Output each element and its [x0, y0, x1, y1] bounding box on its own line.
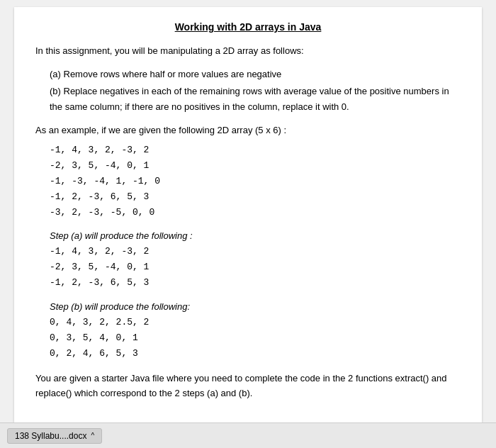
step-b-array-row-2: 0, 3, 5, 4, 0, 1 [50, 330, 461, 346]
document-footer: You are given a starter Java file where … [35, 371, 461, 401]
taskbar-document-item[interactable]: 138 Syllabu....docx ^ [7, 428, 102, 444]
original-array-row-3: -1, -3, -4, 1, -1, 0 [50, 174, 461, 189]
chevron-up-icon: ^ [91, 432, 94, 439]
document-title: Working with 2D arrays in Java [35, 21, 461, 33]
original-array-row-4: -1, 2, -3, 6, 5, 3 [50, 189, 461, 205]
document-area: Working with 2D arrays in Java In this a… [14, 7, 482, 422]
step-a-array-block: -1, 4, 3, 2, -3, 2 -2, 3, 5, -4, 0, 1 -1… [50, 244, 461, 291]
step-b-section: Step (b) will produce the following: 0, … [50, 301, 461, 362]
step-a-array-row-2: -2, 3, 5, -4, 0, 1 [50, 259, 461, 275]
step-a-array-row-1: -1, 4, 3, 2, -3, 2 [50, 244, 461, 259]
taskbar: 138 Syllabu....docx ^ [0, 422, 496, 448]
step-b-description: (b) Replace negatives in each of the rem… [50, 84, 461, 115]
step-a-array-row-3: -1, 2, -3, 6, 5, 3 [50, 275, 461, 291]
document-steps: (a) Remove rows where half or more value… [50, 67, 461, 115]
step-a-section: Step (a) will produce the following : -1… [50, 230, 461, 291]
example-intro: As an example, if we are given the follo… [35, 125, 461, 135]
step-b-array-row-3: 0, 2, 4, 6, 5, 3 [50, 346, 461, 362]
step-a-label: Step (a) will produce the following : [50, 230, 461, 241]
step-a-description: (a) Remove rows where half or more value… [50, 67, 461, 82]
original-array-row-1: -1, 4, 3, 2, -3, 2 [50, 142, 461, 158]
taskbar-document-label: 138 Syllabu....docx [15, 431, 86, 441]
document-intro: In this assignment, you will be manipula… [35, 44, 461, 58]
step-b-array-block: 0, 4, 3, 2, 2.5, 2 0, 3, 5, 4, 0, 1 0, 2… [50, 315, 461, 362]
step-b-array-row-1: 0, 4, 3, 2, 2.5, 2 [50, 315, 461, 330]
original-array-block: -1, 4, 3, 2, -3, 2 -2, 3, 5, -4, 0, 1 -1… [50, 142, 461, 220]
step-b-label: Step (b) will produce the following: [50, 301, 461, 312]
original-array-row-5: -3, 2, -3, -5, 0, 0 [50, 205, 461, 220]
original-array-row-2: -2, 3, 5, -4, 0, 1 [50, 158, 461, 174]
